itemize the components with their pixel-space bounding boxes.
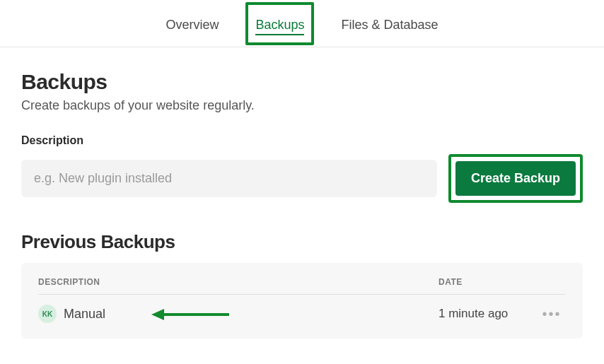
row-description-text: Manual	[64, 307, 105, 322]
previous-backups-title: Previous Backups	[21, 231, 583, 253]
create-backup-row: Create Backup	[21, 154, 583, 203]
avatar: KK	[38, 305, 57, 323]
row-actions-menu[interactable]: •••	[538, 306, 566, 322]
tab-backups-label: Backups	[255, 18, 304, 32]
create-backup-highlight: Create Backup	[448, 154, 583, 203]
page-subtitle: Create backups of your website regularly…	[21, 98, 583, 113]
annotation-arrow-icon	[151, 307, 229, 322]
tab-files-database[interactable]: Files & Database	[334, 5, 445, 42]
description-label: Description	[21, 134, 583, 147]
tabs-nav: Overview Backups Files & Database	[0, 0, 604, 47]
tab-backups[interactable]: Backups	[245, 2, 314, 45]
column-date: DATE	[439, 277, 566, 287]
column-description: DESCRIPTION	[38, 277, 439, 287]
svg-marker-1	[151, 309, 164, 320]
description-input[interactable]	[21, 160, 437, 197]
row-description-cell: KK Manual	[38, 305, 439, 323]
table-row[interactable]: KK Manual 1 minute ago •••	[38, 295, 566, 333]
row-date-text: 1 minute ago	[439, 307, 538, 321]
previous-backups-panel: DESCRIPTION DATE KK Manual 1 minute ago …	[21, 263, 583, 339]
tab-overview[interactable]: Overview	[158, 5, 226, 42]
table-header: DESCRIPTION DATE	[38, 277, 566, 295]
tab-active-underline	[255, 34, 304, 35]
main-content: Backups Create backups of your website r…	[0, 47, 604, 339]
page-title: Backups	[21, 70, 583, 94]
ellipsis-icon: •••	[542, 306, 561, 322]
create-backup-button[interactable]: Create Backup	[455, 161, 576, 196]
